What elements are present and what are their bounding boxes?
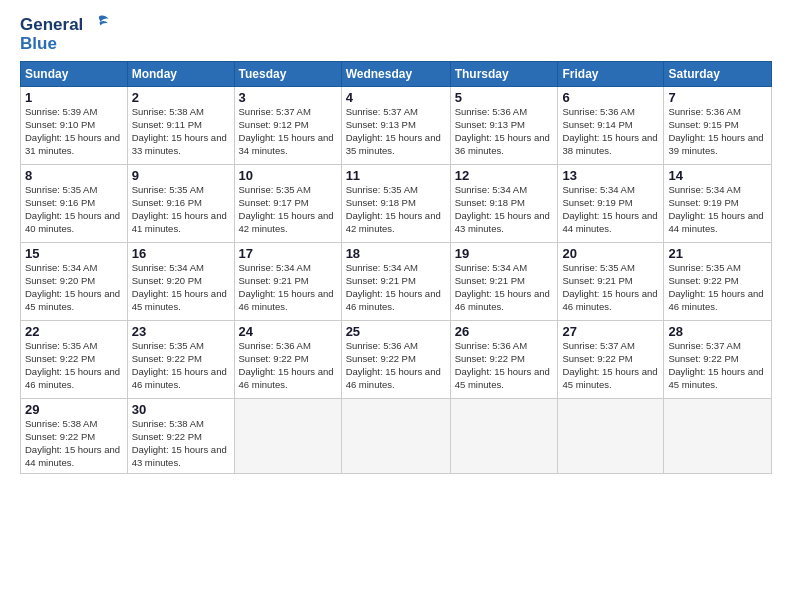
calendar-cell: 7Sunrise: 5:36 AMSunset: 9:15 PMDaylight… [664, 87, 772, 165]
day-number: 13 [562, 168, 659, 183]
calendar-cell: 15Sunrise: 5:34 AMSunset: 9:20 PMDayligh… [21, 243, 128, 321]
day-number: 7 [668, 90, 767, 105]
calendar-cell: 6Sunrise: 5:36 AMSunset: 9:14 PMDaylight… [558, 87, 664, 165]
day-info: Sunrise: 5:36 AMSunset: 9:15 PMDaylight:… [668, 106, 767, 157]
day-number: 21 [668, 246, 767, 261]
calendar-cell: 26Sunrise: 5:36 AMSunset: 9:22 PMDayligh… [450, 321, 558, 399]
calendar-cell [450, 399, 558, 473]
day-number: 1 [25, 90, 123, 105]
calendar-cell [341, 399, 450, 473]
calendar-cell: 23Sunrise: 5:35 AMSunset: 9:22 PMDayligh… [127, 321, 234, 399]
header-day-friday: Friday [558, 62, 664, 87]
day-info: Sunrise: 5:37 AMSunset: 9:13 PMDaylight:… [346, 106, 446, 157]
day-info: Sunrise: 5:34 AMSunset: 9:21 PMDaylight:… [346, 262, 446, 313]
calendar-cell: 9Sunrise: 5:35 AMSunset: 9:16 PMDaylight… [127, 165, 234, 243]
day-info: Sunrise: 5:36 AMSunset: 9:14 PMDaylight:… [562, 106, 659, 157]
day-number: 19 [455, 246, 554, 261]
day-number: 9 [132, 168, 230, 183]
day-info: Sunrise: 5:35 AMSunset: 9:16 PMDaylight:… [25, 184, 123, 235]
day-number: 15 [25, 246, 123, 261]
day-number: 2 [132, 90, 230, 105]
day-number: 12 [455, 168, 554, 183]
logo-text-line2: Blue [20, 35, 110, 54]
day-info: Sunrise: 5:35 AMSunset: 9:22 PMDaylight:… [132, 340, 230, 391]
calendar-cell: 2Sunrise: 5:38 AMSunset: 9:11 PMDaylight… [127, 87, 234, 165]
calendar-cell: 5Sunrise: 5:36 AMSunset: 9:13 PMDaylight… [450, 87, 558, 165]
day-number: 28 [668, 324, 767, 339]
day-number: 22 [25, 324, 123, 339]
page: General Blue SundayMondayTuesdayWednesda… [0, 0, 792, 612]
day-number: 24 [239, 324, 337, 339]
day-info: Sunrise: 5:34 AMSunset: 9:20 PMDaylight:… [25, 262, 123, 313]
calendar-cell: 21Sunrise: 5:35 AMSunset: 9:22 PMDayligh… [664, 243, 772, 321]
calendar-week-3: 15Sunrise: 5:34 AMSunset: 9:20 PMDayligh… [21, 243, 772, 321]
day-info: Sunrise: 5:34 AMSunset: 9:20 PMDaylight:… [132, 262, 230, 313]
day-number: 5 [455, 90, 554, 105]
day-info: Sunrise: 5:35 AMSunset: 9:22 PMDaylight:… [25, 340, 123, 391]
day-info: Sunrise: 5:37 AMSunset: 9:12 PMDaylight:… [239, 106, 337, 157]
calendar-cell: 8Sunrise: 5:35 AMSunset: 9:16 PMDaylight… [21, 165, 128, 243]
day-info: Sunrise: 5:36 AMSunset: 9:22 PMDaylight:… [239, 340, 337, 391]
calendar-week-4: 22Sunrise: 5:35 AMSunset: 9:22 PMDayligh… [21, 321, 772, 399]
day-info: Sunrise: 5:35 AMSunset: 9:18 PMDaylight:… [346, 184, 446, 235]
header: General Blue [20, 16, 772, 53]
calendar-week-5: 29Sunrise: 5:38 AMSunset: 9:22 PMDayligh… [21, 399, 772, 473]
calendar-cell: 13Sunrise: 5:34 AMSunset: 9:19 PMDayligh… [558, 165, 664, 243]
day-info: Sunrise: 5:37 AMSunset: 9:22 PMDaylight:… [562, 340, 659, 391]
day-info: Sunrise: 5:34 AMSunset: 9:19 PMDaylight:… [668, 184, 767, 235]
day-info: Sunrise: 5:36 AMSunset: 9:22 PMDaylight:… [455, 340, 554, 391]
calendar-header-row: SundayMondayTuesdayWednesdayThursdayFrid… [21, 62, 772, 87]
logo: General Blue [20, 16, 110, 53]
calendar-cell [664, 399, 772, 473]
calendar-cell: 24Sunrise: 5:36 AMSunset: 9:22 PMDayligh… [234, 321, 341, 399]
day-number: 6 [562, 90, 659, 105]
day-info: Sunrise: 5:38 AMSunset: 9:22 PMDaylight:… [25, 418, 123, 469]
day-number: 3 [239, 90, 337, 105]
calendar-cell: 4Sunrise: 5:37 AMSunset: 9:13 PMDaylight… [341, 87, 450, 165]
day-number: 8 [25, 168, 123, 183]
calendar-cell: 14Sunrise: 5:34 AMSunset: 9:19 PMDayligh… [664, 165, 772, 243]
day-info: Sunrise: 5:38 AMSunset: 9:11 PMDaylight:… [132, 106, 230, 157]
day-info: Sunrise: 5:34 AMSunset: 9:18 PMDaylight:… [455, 184, 554, 235]
day-number: 14 [668, 168, 767, 183]
calendar-cell: 11Sunrise: 5:35 AMSunset: 9:18 PMDayligh… [341, 165, 450, 243]
day-number: 20 [562, 246, 659, 261]
day-info: Sunrise: 5:34 AMSunset: 9:19 PMDaylight:… [562, 184, 659, 235]
calendar-cell: 12Sunrise: 5:34 AMSunset: 9:18 PMDayligh… [450, 165, 558, 243]
calendar-table: SundayMondayTuesdayWednesdayThursdayFrid… [20, 61, 772, 473]
day-number: 29 [25, 402, 123, 417]
calendar-cell [558, 399, 664, 473]
day-info: Sunrise: 5:39 AMSunset: 9:10 PMDaylight:… [25, 106, 123, 157]
calendar-cell: 3Sunrise: 5:37 AMSunset: 9:12 PMDaylight… [234, 87, 341, 165]
calendar-week-2: 8Sunrise: 5:35 AMSunset: 9:16 PMDaylight… [21, 165, 772, 243]
day-number: 4 [346, 90, 446, 105]
day-number: 27 [562, 324, 659, 339]
calendar-cell: 29Sunrise: 5:38 AMSunset: 9:22 PMDayligh… [21, 399, 128, 473]
day-number: 17 [239, 246, 337, 261]
day-number: 10 [239, 168, 337, 183]
day-number: 26 [455, 324, 554, 339]
day-info: Sunrise: 5:34 AMSunset: 9:21 PMDaylight:… [239, 262, 337, 313]
day-number: 23 [132, 324, 230, 339]
day-info: Sunrise: 5:37 AMSunset: 9:22 PMDaylight:… [668, 340, 767, 391]
day-info: Sunrise: 5:38 AMSunset: 9:22 PMDaylight:… [132, 418, 230, 469]
calendar-cell: 16Sunrise: 5:34 AMSunset: 9:20 PMDayligh… [127, 243, 234, 321]
calendar-cell: 30Sunrise: 5:38 AMSunset: 9:22 PMDayligh… [127, 399, 234, 473]
day-number: 25 [346, 324, 446, 339]
header-day-thursday: Thursday [450, 62, 558, 87]
header-day-sunday: Sunday [21, 62, 128, 87]
calendar-cell: 1Sunrise: 5:39 AMSunset: 9:10 PMDaylight… [21, 87, 128, 165]
day-info: Sunrise: 5:35 AMSunset: 9:22 PMDaylight:… [668, 262, 767, 313]
calendar-cell: 22Sunrise: 5:35 AMSunset: 9:22 PMDayligh… [21, 321, 128, 399]
calendar-cell: 28Sunrise: 5:37 AMSunset: 9:22 PMDayligh… [664, 321, 772, 399]
day-number: 11 [346, 168, 446, 183]
logo-text-line1: General [20, 16, 110, 35]
day-info: Sunrise: 5:35 AMSunset: 9:17 PMDaylight:… [239, 184, 337, 235]
calendar-cell: 20Sunrise: 5:35 AMSunset: 9:21 PMDayligh… [558, 243, 664, 321]
calendar-cell [234, 399, 341, 473]
day-info: Sunrise: 5:35 AMSunset: 9:16 PMDaylight:… [132, 184, 230, 235]
calendar-cell: 17Sunrise: 5:34 AMSunset: 9:21 PMDayligh… [234, 243, 341, 321]
day-info: Sunrise: 5:36 AMSunset: 9:22 PMDaylight:… [346, 340, 446, 391]
calendar-cell: 25Sunrise: 5:36 AMSunset: 9:22 PMDayligh… [341, 321, 450, 399]
day-info: Sunrise: 5:35 AMSunset: 9:21 PMDaylight:… [562, 262, 659, 313]
